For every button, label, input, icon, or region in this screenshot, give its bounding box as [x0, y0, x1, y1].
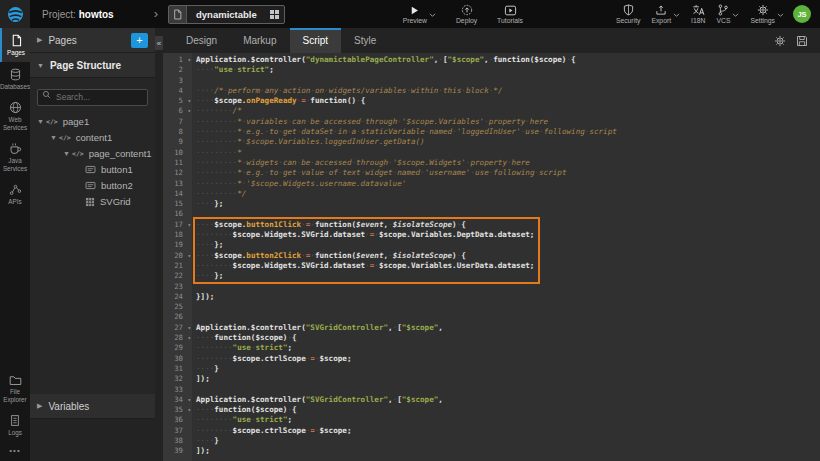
- add-page-button[interactable]: +: [131, 33, 148, 48]
- tab-design[interactable]: Design: [173, 28, 230, 53]
- gutter-line-number: 19: [163, 240, 192, 250]
- vcs-caret-icon[interactable]: [732, 13, 739, 18]
- sidebar-item-web-services[interactable]: Web Services: [0, 95, 30, 136]
- app-logo[interactable]: [0, 0, 30, 28]
- tutorials-button[interactable]: Tutorials: [497, 4, 523, 24]
- gutter-line-number: 37: [163, 426, 192, 436]
- sidebar-item-pages[interactable]: Pages: [0, 28, 30, 62]
- vcs-button[interactable]: VCS: [716, 4, 730, 24]
- fold-toggle-icon[interactable]: ▾: [187, 405, 191, 415]
- page-structure-header[interactable]: ▼ Page Structure: [30, 53, 155, 78]
- preview-button[interactable]: Preview: [403, 4, 427, 24]
- tree-item-SVGrid[interactable]: SVGrid: [30, 194, 155, 210]
- collapse-panel-button[interactable]: «: [155, 36, 163, 50]
- fold-toggle-icon[interactable]: ▾: [187, 323, 191, 333]
- fold-toggle-icon[interactable]: ▾: [187, 55, 191, 65]
- database-icon: [9, 68, 22, 81]
- fold-toggle-icon[interactable]: ▾: [187, 106, 191, 116]
- gutter-line-number: 5▾: [163, 96, 192, 106]
- button-widget-icon: [85, 165, 96, 174]
- tree-item-button2[interactable]: button2: [30, 178, 155, 194]
- gutter-line-number: 21: [163, 261, 192, 271]
- project-label: Project:: [42, 9, 76, 20]
- left-rail: Pages Databases Web Services Java Servic…: [0, 28, 30, 461]
- user-avatar[interactable]: JS: [793, 5, 811, 23]
- button-widget-icon: [85, 181, 96, 190]
- search-input[interactable]: [37, 89, 148, 106]
- tree-expand-icon[interactable]: ▼: [36, 118, 45, 125]
- code-line: ·········*/: [196, 189, 820, 199]
- code-line: ·········*·e.g.·to·get·dataSet·in·a·stat…: [196, 127, 820, 137]
- code-line: [196, 209, 820, 219]
- gutter-line-number: 38: [163, 436, 192, 446]
- gutter-line-number: 1▾: [163, 55, 192, 65]
- tree-item-page1[interactable]: ▼</>page1: [30, 114, 155, 130]
- gutter-line-number: 28▾: [163, 333, 192, 343]
- fold-toggle-icon[interactable]: ▾: [187, 251, 191, 261]
- breadcrumb-chevron-icon: ›: [154, 9, 158, 19]
- gear-icon: [757, 4, 769, 16]
- fold-toggle-icon[interactable]: ▾: [187, 96, 191, 106]
- code-line: ····/*·perform·any·action·on·widgets/var…: [196, 86, 820, 96]
- rail-more-button[interactable]: •••: [0, 442, 30, 461]
- preview-caret-icon[interactable]: [429, 13, 436, 18]
- script-settings-gear-icon[interactable]: [774, 35, 786, 47]
- fold-toggle-icon[interactable]: ▾: [187, 333, 191, 343]
- tab-style[interactable]: Style: [341, 28, 389, 53]
- gutter-line-number: 10: [163, 148, 192, 158]
- code-widget-icon: </>: [72, 150, 84, 158]
- settings-button[interactable]: Settings: [750, 4, 775, 24]
- gutter-line-number: 13: [163, 179, 192, 189]
- tab-markup[interactable]: Markup: [230, 28, 289, 53]
- page-selector-value: dynamictable: [187, 6, 266, 23]
- i18n-button[interactable]: I18N: [691, 4, 705, 24]
- tree-item-button1[interactable]: button1: [30, 162, 155, 178]
- editor-code-area[interactable]: Application.$controller("dynamictablePag…: [192, 53, 820, 461]
- variables-section-header[interactable]: ▶ Variables: [30, 394, 155, 419]
- shield-icon: [623, 4, 634, 16]
- fold-toggle-icon[interactable]: ▾: [187, 395, 191, 405]
- tree-item-content1[interactable]: ▼</>content1: [30, 130, 155, 146]
- tree-item-label: page1: [63, 116, 89, 127]
- script-editor[interactable]: 1▾2345▾6▾7891011121314151617▾181920▾2122…: [163, 53, 820, 461]
- sidebar-item-java-services[interactable]: Java Services: [0, 136, 30, 177]
- gutter-line-number: 39: [163, 446, 192, 456]
- code-line: [196, 76, 820, 86]
- settings-caret-icon[interactable]: [777, 13, 784, 18]
- sidebar-item-logs[interactable]: Logs: [0, 408, 30, 442]
- tree-item-label: content1: [76, 132, 112, 143]
- tree-item-page_content1[interactable]: ▼</>page_content1: [30, 146, 155, 162]
- tab-script[interactable]: Script: [290, 28, 342, 53]
- save-icon[interactable]: [796, 35, 808, 47]
- panel-divider[interactable]: «: [155, 28, 163, 461]
- gutter-line-number: 4: [163, 86, 192, 96]
- sidebar-item-databases[interactable]: Databases: [0, 62, 30, 96]
- gutter-line-number: 18: [163, 230, 192, 240]
- code-line: ····};: [196, 271, 820, 281]
- tree-expand-icon[interactable]: ▼: [62, 150, 71, 157]
- sidebar-item-file-explorer[interactable]: File Explorer: [0, 368, 30, 408]
- export-button[interactable]: Export: [651, 4, 671, 24]
- deploy-button[interactable]: Deploy: [456, 4, 477, 24]
- gutter-line-number: 36: [163, 415, 192, 425]
- gutter-line-number: 34▾: [163, 395, 192, 405]
- gutter-line-number: 12: [163, 168, 192, 178]
- sidebar-item-apis[interactable]: APIs: [0, 177, 30, 211]
- play-icon: [409, 4, 420, 16]
- tree-expand-icon[interactable]: ▼: [49, 134, 58, 141]
- code-line: ········"use·strict";: [196, 343, 820, 353]
- code-line: ·········*·'$scope.Widgets.username.data…: [196, 179, 820, 189]
- page-selector[interactable]: dynamictable: [168, 5, 285, 24]
- gutter-line-number: 11: [163, 158, 192, 168]
- export-caret-icon[interactable]: [673, 13, 680, 18]
- fold-toggle-icon[interactable]: ▾: [187, 220, 191, 230]
- code-line: Application.$controller("dynamictablePag…: [196, 55, 820, 65]
- code-widget-icon: </>: [46, 118, 58, 126]
- pages-section-header[interactable]: ▶ Pages +: [30, 28, 155, 53]
- page-structure-tree: ▼</>page1▼</>content1▼</>page_content1bu…: [30, 112, 155, 210]
- pages-icon: [10, 34, 23, 47]
- code-line: ····}: [196, 436, 820, 446]
- gutter-line-number: 6▾: [163, 106, 192, 116]
- security-button[interactable]: Security: [616, 4, 641, 24]
- topbar-left-actions: Preview Deploy Tutorials: [403, 4, 523, 24]
